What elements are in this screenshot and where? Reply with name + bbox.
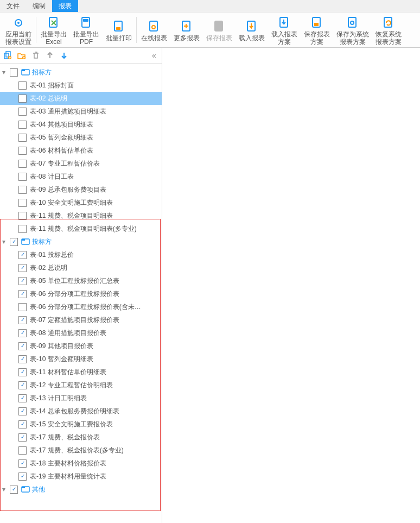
checkbox[interactable]	[18, 186, 27, 194]
save-report-scheme-button[interactable]: 保存报表 方案	[301, 14, 333, 46]
apply-current-button[interactable]: 应用当前 报表设置	[2, 14, 35, 46]
tree-item[interactable]: 表-14 总承包服务费报价明细表	[0, 405, 162, 418]
restore-system-button[interactable]: 恢复系统 报表方案	[372, 14, 405, 46]
item-label: 表-05 暂列金额明细表	[30, 133, 93, 142]
arrow-up-icon[interactable]	[46, 51, 54, 60]
tree-item[interactable]: 表-05 单位工程投标报价汇总表	[0, 274, 162, 287]
tree-item[interactable]: 表-07 专业工程暂估价表	[0, 157, 162, 170]
checkbox[interactable]	[18, 420, 27, 429]
import-report-scheme-label: 载入报表 方案	[271, 30, 297, 46]
tree-item[interactable]: 表-09 总承包服务费项目表	[0, 183, 162, 196]
item-label: 表-08 计日工表	[30, 172, 74, 181]
tree-item[interactable]: 表-17 规费、税金报价表(多专业)	[0, 444, 162, 457]
tree-item[interactable]: 表-04 其他项目明细表	[0, 118, 162, 131]
menu-报表[interactable]: 报表	[52, 0, 78, 12]
checkbox[interactable]	[18, 160, 27, 168]
checkbox[interactable]	[10, 68, 18, 77]
trash-icon[interactable]	[31, 51, 40, 60]
tree-item[interactable]: 表-18 主要材料价格报价表	[0, 457, 162, 470]
checkbox[interactable]	[18, 342, 27, 350]
tree-item[interactable]: 表-11 规费、税金项目明细表	[0, 209, 162, 222]
checkbox[interactable]	[18, 459, 27, 468]
batch-export-pdf-button[interactable]: 批量导出 PDF	[70, 14, 103, 46]
tree-item[interactable]: 表-15 安全文明施工费报价表	[0, 418, 162, 431]
svg-rect-26	[22, 239, 25, 241]
batch-export-excel-button[interactable]: 批量导出 Excel	[37, 14, 70, 46]
tree-item[interactable]: 表-03 通用措施项目明细表	[0, 105, 162, 118]
tree-item[interactable]: 表-11 材料暂估单价明细表	[0, 366, 162, 379]
checkbox[interactable]	[18, 433, 27, 442]
collapse-panel-icon[interactable]: «	[150, 51, 158, 60]
checkbox[interactable]	[10, 486, 18, 494]
tree-item[interactable]: 表-06 分部分项工程投标报价表	[0, 287, 162, 300]
tree-item[interactable]: 表-11 规费、税金项目明细表(多专业)	[0, 222, 162, 235]
checkbox[interactable]	[18, 303, 27, 311]
svg-rect-16	[348, 17, 356, 27]
checkbox[interactable]	[18, 173, 27, 181]
import-report-scheme-button[interactable]: 载入报表 方案	[268, 14, 301, 46]
tree-item[interactable]: 表-01 招标封面	[0, 79, 162, 92]
checkbox[interactable]	[18, 290, 27, 298]
save-as-system-label: 保存为系统 报表方案	[336, 30, 369, 46]
checkbox[interactable]	[18, 381, 27, 389]
tree-group-1[interactable]: ▾投标方	[0, 235, 162, 248]
tree-item[interactable]: 表-02 总说明	[0, 261, 162, 274]
apply-current-label: 应用当前 报表设置	[5, 30, 31, 46]
checkbox[interactable]	[18, 199, 27, 207]
folder-add-icon[interactable]	[17, 51, 26, 60]
batch-print-button[interactable]: 批量打印	[103, 18, 135, 42]
tree-item[interactable]: 表-06 材料暂估单价表	[0, 144, 162, 157]
tree-group-0[interactable]: ▾招标方	[0, 66, 162, 79]
checkbox[interactable]	[18, 225, 27, 233]
more-reports-button[interactable]: 更多报表	[170, 18, 203, 42]
tree-item[interactable]: 表-17 规费、税金报价表	[0, 431, 162, 444]
item-label: 表-09 总承包服务费项目表	[30, 185, 106, 194]
tree-item[interactable]: 表-12 专业工程暂估价明细表	[0, 379, 162, 392]
folder-icon	[21, 485, 30, 494]
checkbox[interactable]	[18, 446, 27, 455]
item-label: 表-15 安全文明施工费报价表	[30, 420, 113, 429]
checkbox[interactable]	[18, 355, 27, 363]
checkbox[interactable]	[18, 134, 27, 142]
tree-item[interactable]: 表-05 暂列金额明细表	[0, 131, 162, 144]
checkbox[interactable]	[18, 329, 27, 337]
copy-add-icon[interactable]	[3, 51, 12, 60]
checkbox[interactable]	[18, 212, 27, 220]
arrow-down-icon[interactable]	[60, 51, 68, 60]
tree-item[interactable]: 表-02 总说明	[0, 92, 162, 105]
tree-item[interactable]: 表-10 安全文明施工费明细表	[0, 196, 162, 209]
checkbox[interactable]	[18, 108, 27, 116]
tree-item[interactable]: 表-13 计日工明细表	[0, 392, 162, 405]
save-as-system-button[interactable]: 保存为系统 报表方案	[333, 14, 372, 46]
tree-item[interactable]: 表-08 计日工表	[0, 170, 162, 183]
checkbox[interactable]	[18, 407, 27, 415]
save-report-label: 保存报表	[206, 34, 232, 42]
group-label: 投标方	[32, 237, 52, 247]
online-report-button[interactable]: 在线报表	[138, 18, 170, 42]
checkbox[interactable]	[10, 238, 18, 246]
checkbox[interactable]	[18, 121, 27, 129]
checkbox[interactable]	[18, 264, 27, 272]
tree-group-2[interactable]: ▾其他	[0, 483, 162, 496]
checkbox[interactable]	[18, 94, 27, 103]
checkbox[interactable]	[18, 368, 27, 376]
checkbox[interactable]	[18, 472, 27, 481]
tree-item[interactable]: 表-08 通用措施项目报价表	[0, 326, 162, 339]
svg-rect-4	[83, 19, 88, 22]
checkbox[interactable]	[18, 147, 27, 155]
tree-item[interactable]: 表-07 定额措施项目投标报价表	[0, 313, 162, 326]
checkbox[interactable]	[18, 81, 27, 90]
tree-item[interactable]: 表-01 投标总价	[0, 248, 162, 261]
checkbox[interactable]	[18, 316, 27, 324]
menu-文件[interactable]: 文件	[0, 0, 26, 12]
tree-item[interactable]: 表-09 其他项目报价表	[0, 339, 162, 352]
tree-item[interactable]: 表-06 分部分项工程投标报价表(含未…	[0, 300, 162, 313]
tree-item[interactable]: 表-10 暂列金额明细表	[0, 352, 162, 366]
checkbox[interactable]	[18, 277, 27, 285]
checkbox[interactable]	[18, 251, 27, 259]
page-more-icon	[179, 19, 194, 34]
checkbox[interactable]	[18, 394, 27, 402]
menu-编制[interactable]: 编制	[26, 0, 52, 12]
tree-item[interactable]: 表-19 主要材料用量统计表	[0, 470, 162, 483]
import-report-button[interactable]: 载入报表	[236, 18, 268, 42]
